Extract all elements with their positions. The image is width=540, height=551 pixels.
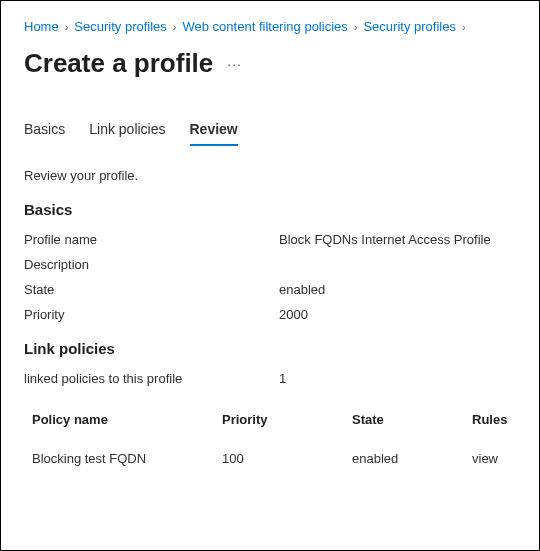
title-row: Create a profile ··· <box>24 48 519 79</box>
policy-table: Policy name Priority State Rules Blockin… <box>24 402 519 476</box>
chevron-right-icon: › <box>173 21 177 33</box>
section-heading-link-policies: Link policies <box>24 340 519 357</box>
linked-count-value: 1 <box>279 371 286 386</box>
state-label: State <box>24 282 279 297</box>
state-value: enabled <box>279 282 325 297</box>
chevron-right-icon: › <box>65 21 69 33</box>
col-priority[interactable]: Priority <box>214 402 344 437</box>
table-row: Blocking test FQDN 100 enabled view <box>24 437 519 476</box>
col-rules[interactable]: Rules <box>464 402 519 437</box>
priority-value: 2000 <box>279 307 308 322</box>
page-title: Create a profile <box>24 48 213 79</box>
tab-basics[interactable]: Basics <box>24 115 65 145</box>
table-header-row: Policy name Priority State Rules <box>24 402 519 437</box>
col-state[interactable]: State <box>344 402 464 437</box>
priority-label: Priority <box>24 307 279 322</box>
chevron-right-icon: › <box>462 21 466 33</box>
kv-linked-count: linked policies to this profile 1 <box>24 371 519 386</box>
description-label: Description <box>24 257 279 272</box>
kv-state: State enabled <box>24 282 519 297</box>
section-heading-basics: Basics <box>24 201 519 218</box>
breadcrumb-web-content-filtering[interactable]: Web content filtering policies <box>183 19 348 34</box>
kv-priority: Priority 2000 <box>24 307 519 322</box>
profile-name-label: Profile name <box>24 232 279 247</box>
kv-profile-name: Profile name Block FQDNs Internet Access… <box>24 232 519 247</box>
kv-description: Description <box>24 257 519 272</box>
chevron-right-icon: › <box>354 21 358 33</box>
tab-review[interactable]: Review <box>190 115 238 145</box>
breadcrumb-security-profiles[interactable]: Security profiles <box>74 19 166 34</box>
cell-rules-view-link[interactable]: view <box>464 437 519 476</box>
breadcrumb: Home › Security profiles › Web content f… <box>24 19 519 34</box>
more-actions-icon[interactable]: ··· <box>227 56 242 72</box>
tabs: Basics Link policies Review <box>24 115 519 146</box>
cell-policy-name: Blocking test FQDN <box>24 437 214 476</box>
col-policy-name[interactable]: Policy name <box>24 402 214 437</box>
linked-count-label: linked policies to this profile <box>24 371 279 386</box>
profile-name-value: Block FQDNs Internet Access Profile <box>279 232 491 247</box>
cell-priority: 100 <box>214 437 344 476</box>
breadcrumb-home[interactable]: Home <box>24 19 59 34</box>
review-subtext: Review your profile. <box>24 168 519 183</box>
cell-state: enabled <box>344 437 464 476</box>
tab-link-policies[interactable]: Link policies <box>89 115 165 145</box>
breadcrumb-security-profiles-2[interactable]: Security profiles <box>363 19 455 34</box>
